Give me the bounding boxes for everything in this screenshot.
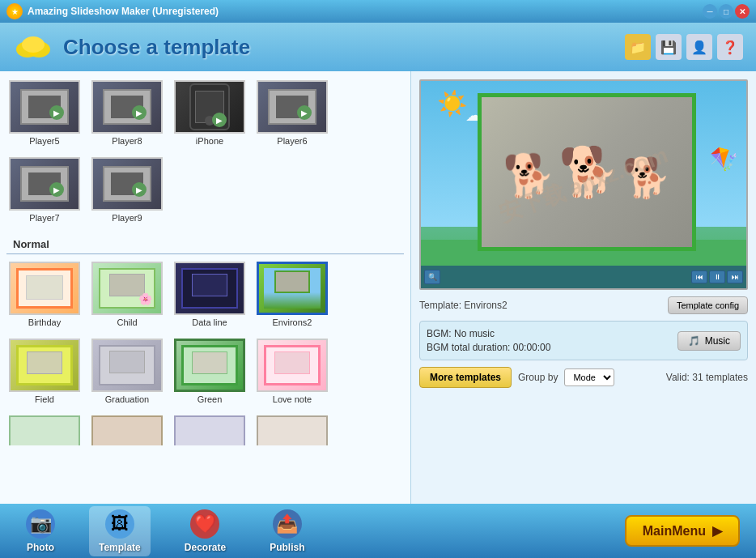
player-section-row2: ▶ Player7 ▶ Player9 bbox=[6, 155, 404, 225]
list-item[interactable]: ▶ Player7 bbox=[6, 155, 83, 225]
app-icon: ★ bbox=[6, 3, 23, 19]
list-item[interactable]: Data line bbox=[172, 259, 248, 330]
preview-area: 2 of 2 ☀️ ☁ 🪁 🐕 🐕 🐕 bbox=[419, 79, 748, 290]
more-templates-button[interactable]: More templates bbox=[419, 367, 512, 388]
field-thumb[interactable] bbox=[9, 339, 80, 392]
child-thumb[interactable]: 🌸 bbox=[91, 262, 163, 315]
toolbar-item-photo[interactable]: 📷 Photo bbox=[16, 506, 65, 556]
bottom-toolbar: 📷 Photo 🖼 Template ❤️ Decorate 📤 Publish… bbox=[0, 504, 756, 558]
list-item[interactable] bbox=[254, 413, 330, 445]
close-button[interactable]: ✕ bbox=[735, 4, 750, 19]
toolbar-item-template[interactable]: 🖼 Template bbox=[89, 506, 151, 556]
player8-thumb[interactable]: ▶ bbox=[91, 80, 163, 134]
list-item[interactable]: Green bbox=[172, 336, 248, 407]
bgm-section: BGM: No music BGM total duration: 00:00:… bbox=[419, 321, 748, 360]
normal-section-row2: Field Graduation G bbox=[6, 336, 404, 407]
header: Choose a template 📁 💾 👤 ❓ bbox=[0, 23, 756, 71]
lovenote-thumb[interactable] bbox=[257, 339, 328, 392]
preview-panel: 2 of 2 ☀️ ☁ 🪁 🐕 🐕 🐕 bbox=[411, 71, 756, 504]
decorate-icon: ❤️ bbox=[190, 509, 219, 539]
toolbar-item-publish[interactable]: 📤 Publish bbox=[260, 506, 314, 556]
maximize-button[interactable]: □ bbox=[719, 4, 733, 19]
music-icon: 🎵 bbox=[688, 335, 700, 347]
open-folder-button[interactable]: 📁 bbox=[625, 34, 651, 60]
svg-point-2 bbox=[22, 36, 45, 53]
kite-decoration: 🪁 bbox=[710, 146, 738, 173]
main-menu-arrow-icon: ▶ bbox=[712, 523, 722, 539]
rewind-button[interactable]: ⏮ bbox=[691, 270, 707, 283]
template-info-row: Template: Environs2 Template config bbox=[419, 296, 748, 314]
music-button[interactable]: 🎵 Music bbox=[677, 331, 741, 351]
list-item[interactable]: Environs2 bbox=[254, 259, 330, 330]
normal-section-row1: Birthday 🌸 Child bbox=[6, 259, 404, 330]
zoom-button[interactable]: 🔍 bbox=[424, 270, 440, 284]
player9-label: Player9 bbox=[112, 213, 142, 223]
music-button-label: Music bbox=[705, 335, 730, 347]
list-item[interactable]: Field bbox=[6, 336, 83, 407]
player-overlay-icon: ▶ bbox=[49, 105, 64, 120]
preview-photo-frame: 🐕 🐕 🐕 bbox=[478, 93, 696, 251]
player-overlay-icon: ▶ bbox=[132, 182, 147, 197]
photo-icon: 📷 bbox=[26, 509, 55, 539]
list-item[interactable]: 🌸 Child bbox=[89, 259, 165, 330]
user-button[interactable]: 👤 bbox=[686, 34, 712, 60]
field-label: Field bbox=[35, 394, 54, 404]
template-list-panel: ▶ Player5 ▶ Player8 bbox=[0, 71, 411, 504]
forward-button[interactable]: ⏭ bbox=[727, 270, 743, 283]
list-item[interactable] bbox=[6, 413, 83, 445]
list-item[interactable]: ▶ Player8 bbox=[89, 78, 165, 148]
player5-thumb[interactable]: ▶ bbox=[9, 80, 80, 134]
group-by-select[interactable]: Mode bbox=[564, 368, 614, 386]
publish-label: Publish bbox=[270, 542, 304, 553]
app-title: Amazing Slideshow Maker (Unregistered) bbox=[28, 6, 698, 17]
photo-label: Photo bbox=[27, 542, 54, 553]
preview-controls-bar: 🔍 ⏮ ⏸ ⏭ bbox=[421, 266, 746, 288]
player-overlay-icon: ▶ bbox=[132, 105, 147, 120]
player5-label: Player5 bbox=[29, 136, 59, 146]
header-actions: 📁 💾 👤 ❓ bbox=[625, 34, 743, 60]
green-thumb[interactable] bbox=[174, 339, 245, 392]
player9-thumb[interactable]: ▶ bbox=[91, 157, 163, 211]
list-item[interactable]: ▶ Player6 bbox=[254, 78, 330, 148]
pause-button[interactable]: ⏸ bbox=[709, 270, 725, 283]
more-thumb3[interactable] bbox=[174, 415, 245, 445]
list-item[interactable] bbox=[89, 413, 165, 445]
player-overlay-icon: ▶ bbox=[49, 182, 64, 197]
list-item[interactable]: ▶ iPhone bbox=[172, 78, 248, 148]
more-thumb1[interactable] bbox=[9, 415, 80, 445]
template-icon: 🖼 bbox=[105, 509, 134, 539]
birthday-thumb[interactable] bbox=[9, 262, 80, 315]
graduation-thumb[interactable] bbox=[91, 339, 163, 392]
more-thumb2[interactable] bbox=[91, 415, 163, 445]
player7-label: Player7 bbox=[29, 213, 59, 223]
main-content: ▶ Player5 ▶ Player8 bbox=[0, 71, 756, 504]
window-controls: ─ □ ✕ bbox=[703, 4, 750, 19]
list-item[interactable]: ▶ Player5 bbox=[6, 78, 83, 148]
list-item[interactable]: ▶ Player9 bbox=[89, 155, 165, 225]
help-button[interactable]: ❓ bbox=[717, 34, 743, 60]
main-menu-button[interactable]: MainMenu ▶ bbox=[625, 515, 740, 547]
list-item[interactable]: Love note bbox=[254, 336, 330, 407]
list-item[interactable]: Birthday bbox=[6, 259, 83, 330]
titlebar: ★ Amazing Slideshow Maker (Unregistered)… bbox=[0, 0, 756, 23]
toolbar-item-decorate[interactable]: ❤️ Decorate bbox=[175, 506, 236, 556]
normal-section-row3 bbox=[6, 413, 404, 445]
template-label: Template bbox=[99, 542, 141, 553]
environs2-thumb[interactable] bbox=[257, 262, 328, 315]
list-item[interactable] bbox=[172, 413, 248, 445]
player7-thumb[interactable]: ▶ bbox=[9, 157, 80, 211]
environs2-label: Environs2 bbox=[273, 317, 312, 327]
player6-thumb[interactable]: ▶ bbox=[257, 80, 328, 134]
minimize-button[interactable]: ─ bbox=[703, 4, 717, 19]
template-config-button[interactable]: Template config bbox=[668, 296, 748, 314]
logo bbox=[13, 27, 53, 67]
player6-label: Player6 bbox=[277, 136, 307, 146]
main-menu-label: MainMenu bbox=[643, 524, 706, 539]
more-thumb4[interactable] bbox=[257, 415, 328, 445]
save-button[interactable]: 💾 bbox=[656, 34, 682, 60]
list-item[interactable]: Graduation bbox=[89, 336, 165, 407]
dataline-thumb[interactable] bbox=[174, 262, 245, 315]
page-title: Choose a template bbox=[63, 35, 250, 60]
template-grid: ▶ Player5 ▶ Player8 bbox=[0, 71, 410, 504]
iphone-thumb[interactable]: ▶ bbox=[174, 80, 245, 134]
